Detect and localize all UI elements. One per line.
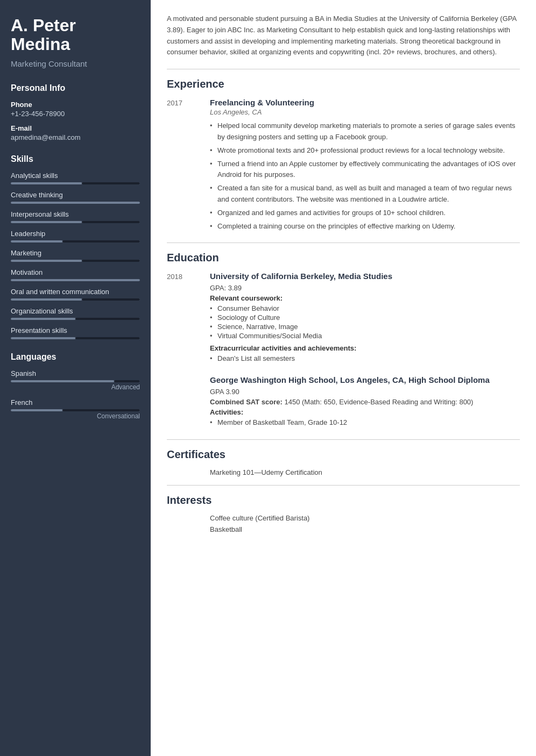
skill-item: Analytical skills: [11, 172, 140, 184]
experience-bullet: Organized and led games and activities f…: [210, 208, 520, 219]
skill-bar: [11, 318, 140, 320]
language-level: Advanced: [11, 383, 140, 391]
education-year: 2018: [167, 272, 210, 367]
activities-list: Member of Basketball Team, Grade 10-12: [210, 418, 520, 426]
coursework-item: Sociology of Culture: [210, 313, 520, 322]
extracurricular-item: Dean's List all semesters: [210, 354, 520, 362]
education-list: 2018University of California Berkeley, M…: [167, 272, 520, 431]
education-details: George Washington High School, Los Angel…: [210, 375, 520, 431]
skill-name: Analytical skills: [11, 172, 140, 180]
experience-list: 2017Freelancing & VolunteeringLos Angele…: [167, 98, 520, 234]
email-label: E-mail: [11, 124, 140, 132]
certificate-item: Marketing 101—Udemy Certification: [167, 468, 520, 476]
experience-bullet: Created a fan site for a musical band, a…: [210, 183, 520, 205]
education-school: George Washington High School, Los Angel…: [210, 375, 520, 384]
education-header: George Washington High School, Los Angel…: [167, 375, 520, 431]
education-details: University of California Berkeley, Media…: [210, 272, 520, 367]
experience-year: 2017: [167, 98, 210, 234]
skill-item: Oral and written communication: [11, 288, 140, 301]
divider: [167, 439, 520, 440]
languages-list: SpanishAdvancedFrenchConversational: [11, 369, 140, 420]
skill-name: Creative thinking: [11, 191, 140, 199]
skill-name: Oral and written communication: [11, 288, 140, 296]
experience-title: Freelancing & Volunteering: [210, 98, 520, 107]
interest-text: Basketball: [210, 525, 242, 533]
extracurricular-list: Dean's List all semesters: [210, 354, 520, 362]
coursework-item: Virtual Communities/Social Media: [210, 332, 520, 340]
certificate-text: Marketing 101—Udemy Certification: [210, 468, 322, 476]
education-year: [167, 375, 210, 431]
certificates-heading: Certificates: [167, 448, 520, 461]
experience-bullet: Turned a friend into an Apple customer b…: [210, 159, 520, 181]
phone-label: Phone: [11, 101, 140, 109]
coursework-label: Relevant coursework:: [210, 294, 520, 302]
skill-bar: [11, 221, 140, 223]
experience-heading: Experience: [167, 78, 520, 90]
education-header: 2018University of California Berkeley, M…: [167, 272, 520, 367]
language-item: SpanishAdvanced: [11, 369, 140, 391]
interest-item: Coffee culture (Certified Barista): [167, 514, 520, 522]
cert-spacer: [167, 468, 210, 476]
coursework-item: Consumer Behavior: [210, 304, 520, 312]
skill-bar: [11, 240, 140, 243]
skill-bar: [11, 182, 140, 184]
language-bar: [11, 409, 140, 411]
skill-item: Marketing: [11, 249, 140, 262]
experience-bullet: Wrote promotional texts and 20+ professi…: [210, 145, 520, 156]
candidate-name: A. PeterMedina: [11, 16, 140, 54]
divider: [167, 485, 520, 486]
language-name: French: [11, 398, 140, 406]
skill-bar: [11, 202, 140, 204]
skill-item: Motivation: [11, 268, 140, 281]
divider: [167, 243, 520, 243]
language-item: FrenchConversational: [11, 398, 140, 420]
experience-location: Los Angeles, CA: [210, 108, 520, 116]
divider: [167, 69, 520, 69]
interest-spacer: [167, 514, 210, 522]
education-item: George Washington High School, Los Angel…: [167, 375, 520, 431]
sidebar: A. PeterMedina Marketing Consultant Pers…: [0, 0, 151, 756]
candidate-title: Marketing Consultant: [11, 59, 140, 68]
skill-bar: [11, 279, 140, 281]
languages-heading: Languages: [11, 352, 140, 362]
skills-heading: Skills: [11, 154, 140, 164]
activity-item: Member of Basketball Team, Grade 10-12: [210, 418, 520, 426]
skill-bar: [11, 298, 140, 301]
summary-text: A motivated and personable student pursu…: [167, 13, 520, 58]
skill-item: Leadership: [11, 230, 140, 243]
skill-name: Presentation skills: [11, 326, 140, 334]
coursework-item: Science, Narrative, Image: [210, 323, 520, 331]
experience-details: Freelancing & VolunteeringLos Angeles, C…: [210, 98, 520, 234]
combined-sat: Combined SAT score: 1450 (Math: 650, Evi…: [210, 398, 520, 406]
skill-name: Interpersonal skills: [11, 210, 140, 218]
interests-heading: Interests: [167, 494, 520, 507]
education-gpa: GPA 3.90: [210, 388, 520, 396]
experience-bullet: Helped local community develop marketing…: [210, 120, 520, 143]
skills-list: Analytical skillsCreative thinkingInterp…: [11, 172, 140, 339]
language-bar: [11, 380, 140, 382]
skill-name: Marketing: [11, 249, 140, 257]
education-heading: Education: [167, 252, 520, 264]
interest-text: Coffee culture (Certified Barista): [210, 514, 309, 522]
skill-name: Organizational skills: [11, 307, 140, 315]
interest-spacer: [167, 525, 210, 533]
skill-bar: [11, 337, 140, 339]
experience-bullet: Completed a training course on the princ…: [210, 221, 520, 232]
education-item: 2018University of California Berkeley, M…: [167, 272, 520, 367]
skill-item: Organizational skills: [11, 307, 140, 320]
skill-bar: [11, 260, 140, 262]
skill-name: Leadership: [11, 230, 140, 238]
certificates-list: Marketing 101—Udemy Certification: [167, 468, 520, 476]
interests-list: Coffee culture (Certified Barista)Basket…: [167, 514, 520, 533]
skill-name: Motivation: [11, 268, 140, 276]
email-value: apmedina@email.com: [11, 133, 140, 141]
extracurricular-label: Extracurricular activities and achieveme…: [210, 344, 520, 352]
skill-item: Creative thinking: [11, 191, 140, 204]
education-school: University of California Berkeley, Media…: [210, 272, 520, 281]
phone-value: +1-23-456-78900: [11, 110, 140, 118]
coursework-list: Consumer BehaviorSociology of CultureSci…: [210, 304, 520, 340]
skill-item: Interpersonal skills: [11, 210, 140, 223]
language-name: Spanish: [11, 369, 140, 377]
education-gpa: GPA: 3.89: [210, 284, 520, 292]
language-level: Conversational: [11, 412, 140, 420]
